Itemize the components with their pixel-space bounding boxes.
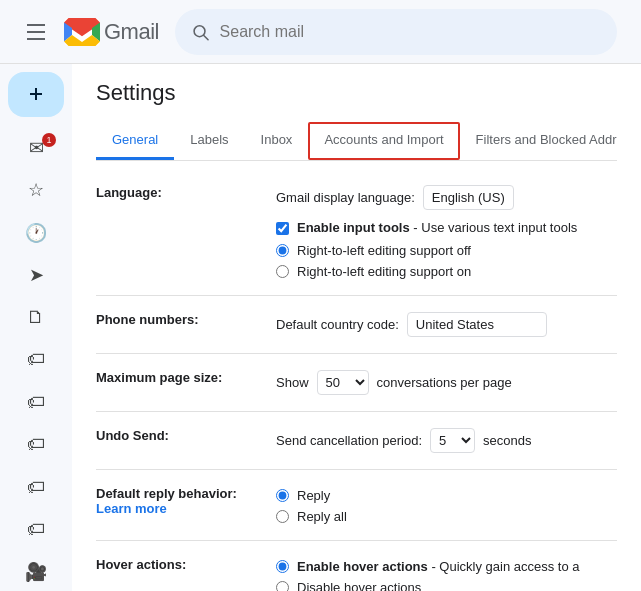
settings-title: Settings [96, 80, 617, 106]
hover-enable-label: Enable hover actions - Quickly gain acce… [297, 559, 580, 574]
svg-line-1 [204, 35, 208, 39]
tab-inbox[interactable]: Inbox [245, 122, 309, 160]
rtl-radio-group: Right-to-left editing support off Right-… [276, 243, 617, 279]
settings-tabs: General Labels Inbox Accounts and Import… [96, 122, 617, 161]
cancellation-period-select[interactable]: 5 10 20 30 [430, 428, 475, 453]
enable-input-tools-row: Enable input tools - Use various text in… [276, 220, 617, 235]
sidebar-item-snoozed[interactable]: 🕐 [8, 214, 64, 252]
gmail-label: Gmail [104, 19, 159, 45]
label-icon-5: 🏷 [27, 519, 45, 540]
country-code-label: Default country code: [276, 317, 399, 332]
hover-value: Enable hover actions - Quickly gain acce… [276, 541, 617, 592]
hover-disable-option[interactable]: Disable hover actions [276, 580, 617, 591]
sidebar-item-label1[interactable]: 🏷 [8, 341, 64, 379]
reply-option[interactable]: Reply [276, 488, 617, 503]
settings-row-language: Language: Gmail display language: Englis… [96, 169, 617, 296]
settings-row-undo-send: Undo Send: Send cancellation period: 5 1… [96, 412, 617, 470]
label-icon-2: 🏷 [27, 392, 45, 413]
tab-general[interactable]: General [96, 122, 174, 160]
rtl-on-option[interactable]: Right-to-left editing support on [276, 264, 617, 279]
sidebar-item-label4[interactable]: 🏷 [8, 468, 64, 506]
display-language-value[interactable]: English (US) [423, 185, 514, 210]
reply-all-radio[interactable] [276, 510, 289, 523]
topbar: Gmail [0, 0, 641, 64]
reply-all-option[interactable]: Reply all [276, 509, 617, 524]
hover-disable-radio[interactable] [276, 581, 289, 591]
page-size-select[interactable]: 10 15 20 25 50 100 [317, 370, 369, 395]
rtl-on-radio[interactable] [276, 265, 289, 278]
undo-send-value: Send cancellation period: 5 10 20 30 sec… [276, 412, 617, 470]
enable-input-tools-label: Enable input tools - Use various text in… [297, 220, 577, 235]
language-label: Language: [96, 169, 276, 296]
search-input[interactable] [220, 23, 601, 41]
cancellation-label: Send cancellation period: [276, 433, 422, 448]
sidebar-item-label2[interactable]: 🏷 [8, 383, 64, 421]
phone-label: Phone numbers: [96, 296, 276, 354]
settings-content: Settings General Labels Inbox Accounts a… [72, 64, 641, 591]
language-display-row: Gmail display language: English (US) [276, 185, 617, 210]
main-layout: ✉ 1 ☆ 🕐 ➤ 🗋 🏷 🏷 🏷 🏷 🏷 🎥 [0, 64, 641, 591]
compose-button[interactable] [8, 72, 64, 117]
drafts-icon: 🗋 [27, 307, 45, 328]
sidebar-item-drafts[interactable]: 🗋 [8, 298, 64, 336]
settings-row-phone: Phone numbers: Default country code: Uni… [96, 296, 617, 354]
phone-value: Default country code: United States [276, 296, 617, 354]
reply-all-label: Reply all [297, 509, 347, 524]
enable-input-tools-checkbox[interactable] [276, 222, 289, 235]
tab-filters[interactable]: Filters and Blocked Addresses [460, 122, 617, 160]
compose-icon [24, 82, 48, 106]
page-size-value: Show 10 15 20 25 50 100 conversations pe… [276, 354, 617, 412]
hover-enable-radio[interactable] [276, 560, 289, 573]
sidebar-item-label5[interactable]: 🏷 [8, 510, 64, 548]
reply-label: Default reply behavior: Learn more [96, 470, 276, 541]
settings-row-hover: Hover actions: Enable hover actions - Qu… [96, 541, 617, 592]
phone-country-row: Default country code: United States [276, 312, 617, 337]
page-size-row: Show 10 15 20 25 50 100 conversations pe… [276, 370, 617, 395]
sidebar-item-label3[interactable]: 🏷 [8, 426, 64, 464]
hover-radio-group: Enable hover actions - Quickly gain acce… [276, 559, 617, 591]
settings-row-page-size: Maximum page size: Show 10 15 20 25 50 1… [96, 354, 617, 412]
tab-accounts[interactable]: Accounts and Import [308, 122, 459, 160]
reply-label: Reply [297, 488, 330, 503]
page-size-label: Maximum page size: [96, 354, 276, 412]
reply-radio-group: Reply Reply all [276, 488, 617, 524]
gmail-m-icon [64, 18, 100, 46]
hover-label: Hover actions: [96, 541, 276, 592]
language-value: Gmail display language: English (US) Ena… [276, 169, 617, 296]
sidebar-item-starred[interactable]: ☆ [8, 171, 64, 209]
sidebar: ✉ 1 ☆ 🕐 ➤ 🗋 🏷 🏷 🏷 🏷 🏷 🎥 [0, 64, 72, 591]
reply-value: Reply Reply all [276, 470, 617, 541]
country-code-value[interactable]: United States [407, 312, 547, 337]
per-page-label: conversations per page [377, 375, 512, 390]
label-icon-3: 🏷 [27, 434, 45, 455]
show-label: Show [276, 375, 309, 390]
sidebar-item-meet[interactable]: 🎥 [8, 553, 64, 591]
sidebar-item-inbox[interactable]: ✉ 1 [8, 129, 64, 167]
undo-send-row: Send cancellation period: 5 10 20 30 sec… [276, 428, 617, 453]
rtl-off-radio[interactable] [276, 244, 289, 257]
rtl-off-option[interactable]: Right-to-left editing support off [276, 243, 617, 258]
undo-send-label: Undo Send: [96, 412, 276, 470]
menu-button[interactable] [16, 12, 56, 52]
display-language-label: Gmail display language: [276, 190, 415, 205]
reply-learn-more[interactable]: Learn more [96, 501, 167, 516]
search-bar[interactable] [175, 9, 617, 55]
gmail-logo[interactable]: Gmail [64, 18, 159, 46]
clock-icon: 🕐 [25, 222, 47, 244]
tab-labels[interactable]: Labels [174, 122, 244, 160]
reply-radio[interactable] [276, 489, 289, 502]
rtl-on-label: Right-to-left editing support on [297, 264, 471, 279]
rtl-off-label: Right-to-left editing support off [297, 243, 471, 258]
sent-icon: ➤ [29, 264, 44, 286]
label-icon-4: 🏷 [27, 477, 45, 498]
meet-icon: 🎥 [25, 561, 47, 583]
search-icon [191, 22, 210, 42]
hover-enable-option[interactable]: Enable hover actions - Quickly gain acce… [276, 559, 617, 574]
settings-row-reply: Default reply behavior: Learn more Reply… [96, 470, 617, 541]
seconds-label: seconds [483, 433, 531, 448]
sidebar-item-sent[interactable]: ➤ [8, 256, 64, 294]
star-icon: ☆ [28, 179, 44, 201]
label-icon-1: 🏷 [27, 349, 45, 370]
settings-table: Language: Gmail display language: Englis… [96, 169, 617, 591]
hover-disable-label: Disable hover actions [297, 580, 421, 591]
